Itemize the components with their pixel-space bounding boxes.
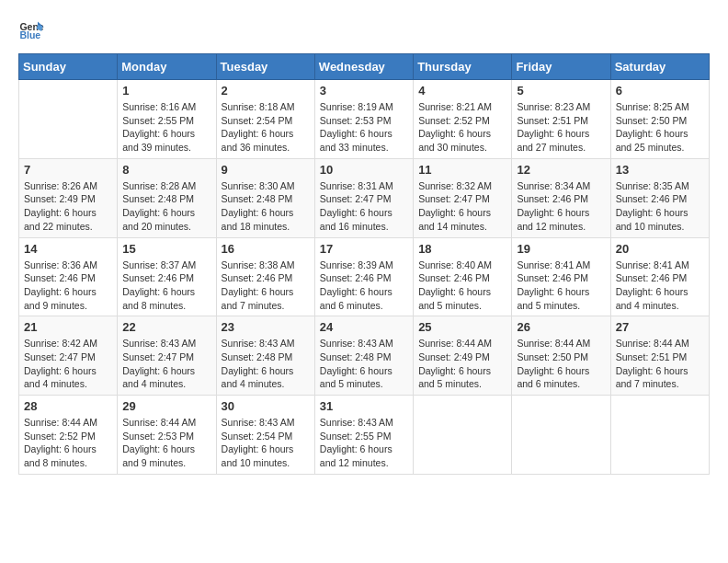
day-of-week-thursday: Thursday	[414, 54, 512, 80]
calendar-cell: 11Sunrise: 8:32 AMSunset: 2:47 PMDayligh…	[414, 158, 512, 237]
day-number: 31	[320, 399, 408, 413]
day-number: 27	[616, 320, 704, 334]
calendar-cell: 26Sunrise: 8:44 AMSunset: 2:50 PMDayligh…	[512, 316, 610, 396]
day-number: 5	[517, 84, 605, 98]
calendar-cell: 4Sunrise: 8:21 AMSunset: 2:52 PMDaylight…	[414, 80, 512, 159]
day-number: 13	[616, 163, 704, 177]
calendar-week-row: 1Sunrise: 8:16 AMSunset: 2:55 PMDaylight…	[19, 80, 710, 159]
logo-icon: General Blue	[18, 18, 44, 44]
day-info: Sunrise: 8:40 AMSunset: 2:46 PMDaylight:…	[418, 259, 506, 313]
day-number: 28	[24, 399, 112, 413]
day-number: 25	[418, 320, 506, 334]
calendar-cell	[414, 396, 512, 475]
calendar-week-row: 28Sunrise: 8:44 AMSunset: 2:52 PMDayligh…	[19, 396, 710, 475]
calendar-cell	[19, 80, 118, 159]
calendar-cell: 8Sunrise: 8:28 AMSunset: 2:48 PMDaylight…	[118, 158, 216, 237]
calendar-cell: 20Sunrise: 8:41 AMSunset: 2:46 PMDayligh…	[610, 237, 709, 316]
day-info: Sunrise: 8:44 AMSunset: 2:53 PMDaylight:…	[122, 416, 210, 470]
calendar-table: SundayMondayTuesdayWednesdayThursdayFrid…	[18, 53, 710, 475]
day-number: 20	[616, 242, 704, 256]
calendar-cell: 18Sunrise: 8:40 AMSunset: 2:46 PMDayligh…	[414, 237, 512, 316]
calendar-cell: 31Sunrise: 8:43 AMSunset: 2:55 PMDayligh…	[314, 396, 413, 475]
day-number: 3	[320, 84, 408, 98]
day-info: Sunrise: 8:35 AMSunset: 2:46 PMDaylight:…	[616, 179, 704, 234]
day-info: Sunrise: 8:43 AMSunset: 2:55 PMDaylight:…	[320, 416, 408, 470]
day-info: Sunrise: 8:43 AMSunset: 2:54 PMDaylight:…	[222, 416, 310, 470]
day-number: 14	[24, 242, 112, 256]
calendar-cell: 23Sunrise: 8:43 AMSunset: 2:48 PMDayligh…	[216, 316, 314, 396]
day-number: 8	[122, 163, 210, 177]
calendar-cell: 17Sunrise: 8:39 AMSunset: 2:46 PMDayligh…	[314, 237, 413, 316]
calendar-cell: 24Sunrise: 8:43 AMSunset: 2:48 PMDayligh…	[314, 316, 413, 396]
calendar-cell: 9Sunrise: 8:30 AMSunset: 2:48 PMDaylight…	[216, 158, 314, 237]
calendar-cell: 3Sunrise: 8:19 AMSunset: 2:53 PMDaylight…	[314, 80, 413, 159]
calendar-cell: 13Sunrise: 8:35 AMSunset: 2:46 PMDayligh…	[610, 158, 709, 237]
day-info: Sunrise: 8:44 AMSunset: 2:49 PMDaylight:…	[418, 337, 506, 391]
logo: General Blue	[18, 18, 44, 44]
day-of-week-saturday: Saturday	[610, 54, 709, 80]
day-number: 30	[222, 399, 310, 413]
day-number: 22	[122, 320, 210, 334]
day-info: Sunrise: 8:36 AMSunset: 2:46 PMDaylight:…	[24, 259, 112, 313]
calendar-week-row: 7Sunrise: 8:26 AMSunset: 2:49 PMDaylight…	[19, 158, 710, 237]
page-header: General Blue	[18, 18, 710, 44]
calendar-cell: 22Sunrise: 8:43 AMSunset: 2:47 PMDayligh…	[118, 316, 216, 396]
day-number: 4	[418, 84, 506, 98]
calendar-cell: 29Sunrise: 8:44 AMSunset: 2:53 PMDayligh…	[118, 396, 216, 475]
day-number: 16	[222, 242, 310, 256]
day-info: Sunrise: 8:43 AMSunset: 2:48 PMDaylight:…	[222, 337, 310, 391]
day-of-week-tuesday: Tuesday	[216, 54, 314, 80]
day-info: Sunrise: 8:19 AMSunset: 2:53 PMDaylight:…	[320, 100, 408, 155]
day-info: Sunrise: 8:32 AMSunset: 2:47 PMDaylight:…	[418, 179, 506, 234]
calendar-week-row: 21Sunrise: 8:42 AMSunset: 2:47 PMDayligh…	[19, 316, 710, 396]
day-number: 11	[418, 163, 506, 177]
day-info: Sunrise: 8:43 AMSunset: 2:47 PMDaylight:…	[122, 337, 210, 391]
day-of-week-friday: Friday	[512, 54, 610, 80]
calendar-cell: 28Sunrise: 8:44 AMSunset: 2:52 PMDayligh…	[19, 396, 118, 475]
day-number: 1	[122, 84, 210, 98]
day-of-week-sunday: Sunday	[19, 54, 118, 80]
calendar-cell: 27Sunrise: 8:44 AMSunset: 2:51 PMDayligh…	[610, 316, 709, 396]
day-number: 24	[320, 320, 408, 334]
calendar-cell	[610, 396, 709, 475]
calendar-cell: 2Sunrise: 8:18 AMSunset: 2:54 PMDaylight…	[216, 80, 314, 159]
calendar-cell: 10Sunrise: 8:31 AMSunset: 2:47 PMDayligh…	[314, 158, 413, 237]
day-info: Sunrise: 8:37 AMSunset: 2:46 PMDaylight:…	[122, 259, 210, 313]
calendar-cell: 16Sunrise: 8:38 AMSunset: 2:46 PMDayligh…	[216, 237, 314, 316]
day-number: 29	[122, 399, 210, 413]
calendar-cell: 21Sunrise: 8:42 AMSunset: 2:47 PMDayligh…	[19, 316, 118, 396]
day-number: 2	[222, 84, 310, 98]
day-info: Sunrise: 8:42 AMSunset: 2:47 PMDaylight:…	[24, 337, 112, 391]
calendar-cell: 12Sunrise: 8:34 AMSunset: 2:46 PMDayligh…	[512, 158, 610, 237]
day-number: 19	[517, 242, 605, 256]
day-info: Sunrise: 8:21 AMSunset: 2:52 PMDaylight:…	[418, 100, 506, 155]
day-info: Sunrise: 8:39 AMSunset: 2:46 PMDaylight:…	[320, 259, 408, 313]
calendar-cell: 5Sunrise: 8:23 AMSunset: 2:51 PMDaylight…	[512, 80, 610, 159]
day-number: 23	[222, 320, 310, 334]
day-info: Sunrise: 8:18 AMSunset: 2:54 PMDaylight:…	[222, 100, 310, 155]
calendar-cell: 15Sunrise: 8:37 AMSunset: 2:46 PMDayligh…	[118, 237, 216, 316]
day-number: 12	[517, 163, 605, 177]
day-number: 10	[320, 163, 408, 177]
calendar-cell: 30Sunrise: 8:43 AMSunset: 2:54 PMDayligh…	[216, 396, 314, 475]
day-info: Sunrise: 8:44 AMSunset: 2:50 PMDaylight:…	[517, 337, 605, 391]
day-info: Sunrise: 8:28 AMSunset: 2:48 PMDaylight:…	[122, 179, 210, 234]
calendar-cell: 14Sunrise: 8:36 AMSunset: 2:46 PMDayligh…	[19, 237, 118, 316]
calendar-cell: 7Sunrise: 8:26 AMSunset: 2:49 PMDaylight…	[19, 158, 118, 237]
day-number: 7	[24, 163, 112, 177]
day-info: Sunrise: 8:16 AMSunset: 2:55 PMDaylight:…	[122, 100, 210, 155]
day-info: Sunrise: 8:44 AMSunset: 2:51 PMDaylight:…	[616, 337, 704, 391]
calendar-cell: 25Sunrise: 8:44 AMSunset: 2:49 PMDayligh…	[414, 316, 512, 396]
day-number: 21	[24, 320, 112, 334]
day-info: Sunrise: 8:41 AMSunset: 2:46 PMDaylight:…	[616, 259, 704, 313]
calendar-cell	[512, 396, 610, 475]
day-number: 18	[418, 242, 506, 256]
day-number: 15	[122, 242, 210, 256]
svg-text:Blue: Blue	[19, 29, 40, 40]
calendar-cell: 1Sunrise: 8:16 AMSunset: 2:55 PMDaylight…	[118, 80, 216, 159]
day-of-week-wednesday: Wednesday	[314, 54, 413, 80]
day-info: Sunrise: 8:38 AMSunset: 2:46 PMDaylight:…	[222, 259, 310, 313]
day-of-week-monday: Monday	[118, 54, 216, 80]
day-info: Sunrise: 8:43 AMSunset: 2:48 PMDaylight:…	[320, 337, 408, 391]
day-info: Sunrise: 8:30 AMSunset: 2:48 PMDaylight:…	[222, 179, 310, 234]
